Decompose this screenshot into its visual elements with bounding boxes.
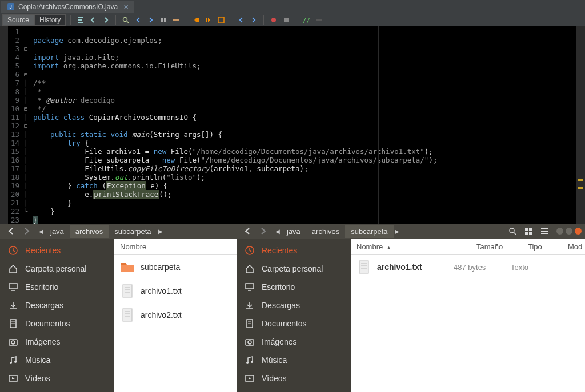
svg-rect-48 [246, 284, 254, 289]
column-name[interactable]: Nombre▲ [351, 239, 471, 254]
sidebar-item-document[interactable]: Documentos [0, 314, 114, 333]
clock-icon [245, 245, 255, 256]
sidebar-item-desktop[interactable]: Escritorio [0, 278, 114, 296]
sidebar-item-download[interactable]: Descargas [237, 296, 351, 314]
column-size[interactable]: Tamaño [471, 239, 522, 254]
list-item[interactable]: archivo1.txt [114, 279, 237, 303]
home-icon [8, 264, 18, 274]
move-right-icon[interactable] [101, 15, 111, 25]
svg-rect-7 [161, 18, 163, 22]
menu-button[interactable] [537, 224, 552, 239]
desktop-icon [8, 282, 18, 292]
download-icon [8, 300, 18, 310]
forward-button[interactable] [19, 224, 34, 239]
list-item[interactable]: archivo1.txt 487 bytes Texto [351, 255, 585, 279]
sidebar-item-video[interactable]: Vídeos [0, 369, 114, 387]
sidebar-item-document[interactable]: Documentos [237, 314, 351, 333]
ide-toolbar: Source History // [0, 13, 585, 26]
sidebar-item-home[interactable]: Carpeta personal [237, 260, 351, 278]
sidebar-item-music[interactable]: Música [0, 351, 114, 369]
sidebar-item-video[interactable]: Vídeos [237, 369, 351, 387]
chevron-left-icon[interactable]: ◀ [274, 228, 281, 235]
indent-icon[interactable] [203, 15, 214, 25]
forward-button[interactable] [256, 224, 271, 239]
sidebar-item-clock[interactable]: Recientes [237, 241, 351, 260]
folder-icon [120, 260, 135, 274]
ide-tab-bar: J CopiarArchivosCommonsIO.java ✕ [0, 0, 585, 13]
find-icon[interactable] [121, 15, 131, 25]
home-icon [245, 264, 255, 274]
warning-marker[interactable] [578, 179, 583, 181]
list-item[interactable]: archivo2.txt [114, 303, 237, 327]
sidebar-item-trash[interactable]: Papelera [237, 387, 351, 392]
sidebar-item-camera[interactable]: Imágenes [0, 333, 114, 351]
close-icon[interactable]: ✕ [123, 3, 129, 11]
file-name: archivo2.txt [141, 310, 182, 320]
column-name[interactable]: Nombre [114, 239, 237, 254]
fm-toolbar: ◀ java archivos subcarpeta ▶ [0, 224, 237, 239]
path-segment-active[interactable]: subcarpeta [345, 225, 393, 238]
close-window-button[interactable] [575, 228, 582, 235]
reformat-icon[interactable] [75, 15, 86, 25]
history-tab-button[interactable]: History [34, 14, 66, 26]
file-name: archivo1.txt [141, 286, 182, 296]
next-match-icon[interactable] [146, 15, 156, 25]
back-button[interactable] [240, 224, 255, 239]
svg-rect-18 [9, 284, 17, 289]
step-back-icon[interactable] [236, 15, 246, 25]
code-area[interactable]: package com.decodigo.ejemplos; import ja… [30, 26, 576, 224]
sidebar-item-trash[interactable]: Papelera [0, 387, 114, 392]
sidebar-item-music[interactable]: Música [237, 351, 351, 369]
svg-point-13 [271, 18, 276, 22]
code-fold-gutter[interactable]: ⊟ ⊟│││ ⊟│ ⊟│││││││││└ [22, 26, 30, 224]
editor-tab[interactable]: J CopiarArchivosCommonsIO.java ✕ [1, 1, 134, 13]
path-segment[interactable]: java [281, 225, 306, 238]
sidebar-item-camera[interactable]: Imágenes [237, 333, 351, 351]
breakpoint-icon[interactable] [269, 15, 279, 25]
sidebar-item-home[interactable]: Carpeta personal [0, 260, 114, 278]
minimize-button[interactable] [556, 228, 563, 235]
chevron-left-icon[interactable]: ◀ [38, 228, 45, 235]
step-forward-icon[interactable] [249, 15, 259, 25]
column-headers[interactable]: Nombre [114, 239, 237, 255]
diff-bar-icon[interactable] [158, 15, 169, 25]
comment-icon[interactable]: // [301, 15, 311, 25]
column-modified[interactable]: Mod [562, 239, 585, 254]
svg-rect-3 [78, 19, 82, 21]
sidebar-item-clock[interactable]: Recientes [0, 241, 114, 260]
camera-icon [8, 337, 18, 347]
column-type[interactable]: Tipo [522, 239, 562, 254]
toggle-highlight-icon[interactable] [171, 15, 181, 25]
back-button[interactable] [3, 224, 18, 239]
list-item[interactable]: subcarpeta [114, 255, 237, 279]
sidebar-item-download[interactable]: Descargas [0, 296, 114, 314]
maximize-button[interactable] [566, 228, 572, 235]
toggle-watch-icon[interactable] [281, 15, 291, 25]
chevron-right-icon[interactable]: ▶ [157, 228, 164, 235]
uncomment-icon[interactable] [314, 15, 324, 25]
text-file-icon [120, 308, 135, 322]
search-button[interactable] [505, 224, 520, 239]
grid-view-button[interactable] [521, 224, 536, 239]
format-code-icon[interactable] [216, 15, 226, 25]
move-left-icon[interactable] [88, 15, 98, 25]
prev-match-icon[interactable] [133, 15, 143, 25]
toolbar-separator [186, 15, 186, 25]
svg-rect-8 [164, 18, 166, 22]
svg-point-55 [248, 341, 251, 344]
column-headers[interactable]: Nombre▲ Tamaño Tipo Mod [351, 239, 585, 255]
source-tab-button[interactable]: Source [2, 14, 34, 26]
desktop-icon [245, 282, 255, 292]
path-segment[interactable]: subcarpeta [109, 225, 157, 238]
outdent-icon[interactable] [191, 15, 201, 25]
sidebar-item-desktop[interactable]: Escritorio [237, 278, 351, 296]
line-number-gutter: 1234567891011121314151617181920212223 [8, 26, 22, 224]
warning-marker[interactable] [578, 187, 583, 189]
path-segment[interactable]: archivos [306, 225, 345, 238]
chevron-right-icon[interactable]: ▶ [394, 228, 400, 235]
path-segment-active[interactable]: archivos [70, 225, 109, 238]
error-stripe[interactable] [576, 26, 585, 224]
path-segment[interactable]: java [45, 225, 70, 238]
window-controls [556, 228, 582, 235]
sidebar-item-label: Vídeos [262, 374, 287, 383]
